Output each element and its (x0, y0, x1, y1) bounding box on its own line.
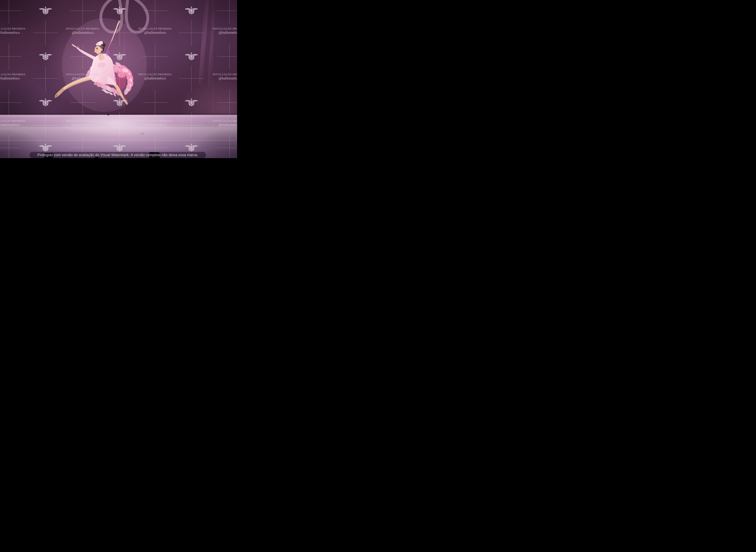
stage-photo: DIVULGAÇÃO PROIBIDA @balletemfoco DIVULG… (0, 0, 237, 158)
ballet-dancer (0, 0, 237, 158)
protection-bar: Protegido com versão de avaliação do Vis… (30, 152, 206, 158)
face-gem (99, 48, 99, 49)
face-gem (98, 50, 99, 50)
protection-bar-text: Protegido com versão de avaliação do Vis… (30, 152, 206, 158)
face-gem (99, 49, 99, 50)
